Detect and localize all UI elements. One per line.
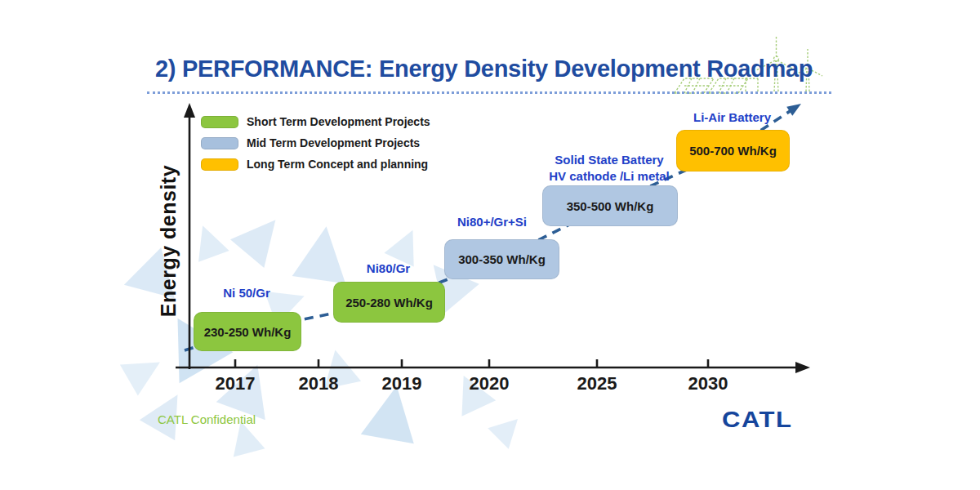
milestone-box-500-700: 500-700 Wh/Kg	[676, 130, 790, 172]
legend-label: Short Term Development Projects	[247, 115, 430, 128]
milestone-label-solid-state: Solid State Battery HV cathode /Li metal	[532, 152, 686, 185]
milestone-label-ni80gr: Ni80/Gr	[333, 261, 443, 277]
milestone-label-li-air: Li-Air Battery	[676, 109, 788, 126]
legend-label: Long Term Concept and planning	[247, 158, 428, 171]
milestone-box-350-500: 350-500 Wh/Kg	[542, 185, 678, 226]
y-axis-arrowhead	[184, 103, 195, 118]
long-term-swatch	[201, 158, 238, 171]
milestone-label-ni80plus: Ni80+/Gr+Si	[433, 214, 551, 230]
legend-item-mid-term: Mid Term Development Projects	[201, 137, 430, 149]
y-axis-label: Energy density	[157, 118, 181, 363]
x-axis-arrowhead	[795, 362, 810, 373]
mid-term-swatch	[201, 137, 238, 149]
confidential-notice: CATL Confidential	[158, 412, 256, 426]
legend-item-long-term: Long Term Concept and planning	[201, 158, 430, 170]
year-label-2025: 2025	[566, 373, 628, 394]
slide: 2) PERFORMANCE: Energy Density Developme…	[0, 0, 980, 490]
short-term-swatch	[201, 116, 238, 128]
milestone-label-line2: HV cathode /Li metal	[532, 168, 686, 185]
milestone-label-line1: Solid State Battery	[532, 152, 686, 168]
milestone-box-300-350: 300-350 Wh/Kg	[444, 239, 559, 279]
year-label-2017: 2017	[204, 373, 266, 394]
page-title: 2) PERFORMANCE: Energy Density Developme…	[155, 56, 813, 82]
milestone-box-250-280: 250-280 Wh/Kg	[333, 282, 445, 323]
title-separator	[147, 91, 831, 94]
x-axis	[176, 359, 798, 368]
legend-item-short-term: Short Term Development Projects	[201, 116, 430, 127]
year-label-2018: 2018	[287, 373, 350, 394]
legend-label: Mid Term Development Projects	[247, 136, 420, 149]
catl-logo: CATL	[722, 406, 792, 433]
legend: Short Term Development Projects Mid Term…	[201, 116, 430, 180]
milestone-label-ni50gr: Ni 50/Gr	[194, 285, 300, 301]
year-label-2020: 2020	[458, 373, 520, 394]
year-label-2019: 2019	[371, 373, 433, 394]
milestone-box-230-250: 230-250 Wh/Kg	[194, 312, 301, 351]
year-label-2030: 2030	[677, 373, 739, 394]
